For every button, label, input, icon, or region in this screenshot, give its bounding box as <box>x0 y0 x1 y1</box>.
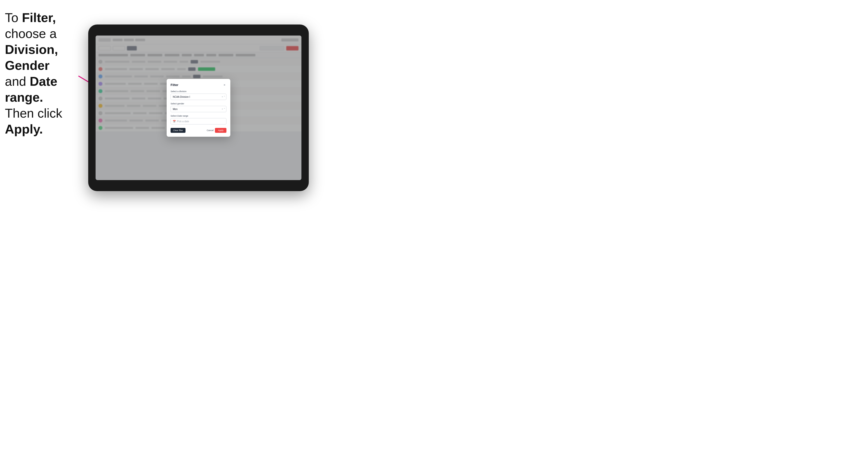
division-select-wrapper: NCAA Division I × ⌃ <box>170 94 226 100</box>
division-select-icons: × ⌃ <box>222 96 225 98</box>
division-select[interactable]: NCAA Division I <box>170 94 226 100</box>
gender-form-group: Select gender Men × ⌃ <box>170 102 226 112</box>
date-form-group: Select Date range 📅 Pick a date <box>170 115 226 124</box>
filter-modal: Filter × Select a division NCAA Division… <box>167 79 230 137</box>
instruction-line1: To Filter, choose a <box>5 10 57 41</box>
division-form-group: Select a division NCAA Division I × ⌃ <box>170 90 226 100</box>
gender-select-wrapper: Men × ⌃ <box>170 106 226 112</box>
date-label: Select Date range <box>170 115 226 117</box>
modal-footer: Clear filter Cancel Apply <box>170 128 226 133</box>
tablet-screen: Filter × Select a division NCAA Division… <box>96 35 302 180</box>
instruction-line4: Then click Apply. <box>5 106 62 136</box>
instruction-line3: and Date range. <box>5 74 57 104</box>
calendar-icon: 📅 <box>173 120 176 123</box>
modal-footer-right: Cancel Apply <box>207 128 226 133</box>
gender-select[interactable]: Men <box>170 106 226 112</box>
tablet-frame: Filter × Select a division NCAA Division… <box>88 25 309 191</box>
gender-chevron-icon: ⌃ <box>223 108 225 110</box>
apply-button[interactable]: Apply <box>215 128 226 133</box>
division-clear-icon[interactable]: × <box>222 96 223 98</box>
division-label: Select a division <box>170 90 226 93</box>
gender-clear-icon[interactable]: × <box>222 108 223 110</box>
division-chevron-icon: ⌃ <box>223 96 225 98</box>
instruction-bold2: Division, Gender <box>5 42 58 72</box>
clear-filter-button[interactable]: Clear filter <box>170 128 186 133</box>
gender-select-icons: × ⌃ <box>222 108 225 110</box>
modal-title: Filter <box>170 83 178 87</box>
date-input[interactable]: 📅 Pick a date <box>170 118 226 124</box>
cancel-button[interactable]: Cancel <box>207 129 213 131</box>
modal-overlay: Filter × Select a division NCAA Division… <box>96 35 302 180</box>
modal-header: Filter × <box>170 83 226 87</box>
date-placeholder: Pick a date <box>177 120 189 123</box>
instruction-text: To Filter, choose a Division, Gender and… <box>5 10 81 137</box>
close-icon[interactable]: × <box>222 83 226 87</box>
gender-label: Select gender <box>170 102 226 105</box>
